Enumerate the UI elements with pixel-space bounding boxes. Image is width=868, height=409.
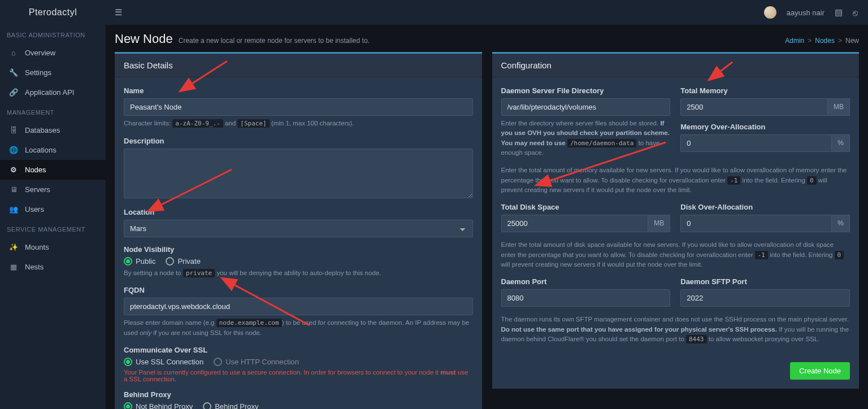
sidebar-toggle[interactable]: ☰ [106,7,131,18]
warn-ssl: Your Panel is currently configured to us… [124,369,473,382]
username[interactable]: aayush nair [787,8,824,17]
radio-icon [124,402,132,409]
label-visibility: Node Visibility [124,245,473,254]
fqdn-input[interactable] [124,298,473,315]
radio-icon [124,358,132,366]
sidebar-header: SERVICE MANAGEMENT [0,219,106,237]
location-select[interactable]: Mars [124,220,473,237]
memory-over-input[interactable] [680,134,832,152]
sidebar-header: MANAGEMENT [0,102,106,120]
radio-ssl[interactable]: Use SSL Connection [124,358,203,366]
sidebar-item-settings[interactable]: 🔧Settings [0,63,106,82]
sidebar-item-label: Settings [25,68,51,77]
label-fqdn: FQDN [124,286,473,294]
sidebar-item-users[interactable]: 👥Users [0,199,106,219]
name-input[interactable] [124,98,473,116]
sidebar-item-label: Overview [25,49,55,57]
exit-admin-icon[interactable]: ▤ [835,7,843,18]
sitemap-icon: ⚙ [9,166,18,174]
label-memory-over: Memory Over-Allocation [680,123,850,131]
sidebar-item-nests[interactable]: ▦Nests [0,257,106,277]
addon-mb: MB [648,215,670,232]
sidebar-item-label: Locations [25,146,57,154]
th-large-icon: ▦ [9,263,18,271]
wrench-icon: 🔧 [9,68,18,77]
sidebar-item-label: Nodes [25,166,46,174]
sidebar-item-mounts[interactable]: ✨Mounts [0,237,106,257]
sidebar-item-nodes[interactable]: ⚙Nodes [0,160,106,180]
radio-icon [166,257,174,266]
sidebar-item-label: Application API [25,88,74,97]
breadcrumb: Admin>Nodes>New [785,37,859,45]
sidebar-header: BASIC ADMINISTRATION [0,25,106,43]
sidebar-item-label: Mounts [25,243,49,251]
radio-label: Use SSL Connection [136,358,203,366]
daemon-port-input[interactable] [501,289,671,307]
label-disk-over: Disk Over-Allocation [680,203,850,211]
label-proxy: Behind Proxy [124,390,473,399]
sidebar-item-servers[interactable]: 🖥Servers [0,180,106,199]
label-location: Location [124,208,473,216]
users-icon: 👥 [9,205,18,214]
panel-title-config: Configuration [492,54,860,77]
sidebar-item-locations[interactable]: 🌐Locations [0,140,106,160]
sidebar-item-label: Nests [25,263,44,271]
magic-icon: ✨ [9,243,18,251]
addon-mb: MB [828,98,850,116]
page-subtitle: Create a new local or remote node for se… [179,37,370,45]
panel-title-basic: Basic Details [115,54,482,77]
home-icon: ⌂ [9,49,18,57]
radio-private[interactable]: Private [166,257,200,266]
help-filedir: Enter the directory where server files s… [501,119,671,158]
create-node-button[interactable]: Create Node [790,362,850,380]
breadcrumb-admin[interactable]: Admin [785,37,804,45]
help-disk: Enter the total amount of disk space ava… [501,240,850,269]
sidebar-item-label: Servers [25,185,50,194]
radio-icon [124,257,132,266]
total-memory-input[interactable] [680,98,828,116]
radio-label: Public [136,257,155,266]
label-total-memory: Total Memory [680,86,850,95]
avatar[interactable] [764,6,776,19]
label-daemon-port: Daemon Port [501,277,671,286]
radio-behind-proxy[interactable]: Behind Proxy [203,402,258,409]
radio-label: Not Behind Proxy [136,402,193,409]
help-fqdn: Please enter domain name (e.g node.examp… [124,318,473,338]
label-file-dir: Daemon Server File Directory [501,86,671,95]
disk-over-input[interactable] [680,215,832,232]
sidebar-item-api[interactable]: 🔗Application API [0,82,106,102]
addon-pct: % [832,134,850,152]
sidebar: BASIC ADMINISTRATION ⌂Overview 🔧Settings… [0,25,106,409]
breadcrumb-current: New [845,37,859,45]
label-ssl: Communicate Over SSL [124,346,473,354]
radio-icon [203,402,211,409]
link-icon: 🔗 [9,88,18,97]
radio-not-behind-proxy[interactable]: Not Behind Proxy [124,402,193,409]
radio-public[interactable]: Public [124,257,155,266]
label-name: Name [124,86,473,95]
database-icon: 🗄 [9,126,18,134]
breadcrumb-nodes[interactable]: Nodes [815,37,835,45]
help-memory: Enter the total amount of memory availab… [501,166,850,195]
radio-icon [214,358,222,366]
globe-icon: 🌐 [9,146,18,154]
radio-label: Behind Proxy [215,402,258,409]
sftp-port-input[interactable] [680,289,850,307]
radio-label: Use HTTP Connection [225,358,299,366]
help-sftp: The daemon runs its own SFTP management … [501,315,850,344]
total-disk-input[interactable] [501,215,649,232]
radio-label: Private [177,257,200,266]
sidebar-item-databases[interactable]: 🗄Databases [0,120,106,140]
page-title: New Node [115,32,173,46]
label-description: Description [124,137,473,145]
file-dir-input[interactable] [501,98,671,116]
server-icon: 🖥 [9,185,18,194]
hamburger-icon: ☰ [115,7,122,17]
logout-icon[interactable]: ⎋ [853,8,858,18]
description-textarea[interactable] [124,149,473,198]
label-total-disk: Total Disk Space [501,203,671,211]
brand[interactable]: Pterodactyl [0,7,106,18]
help-name: Character limits: a-zA-Z0-9_.- and [Spac… [124,119,473,129]
sidebar-item-overview[interactable]: ⌂Overview [0,43,106,63]
sidebar-item-label: Databases [25,126,60,134]
